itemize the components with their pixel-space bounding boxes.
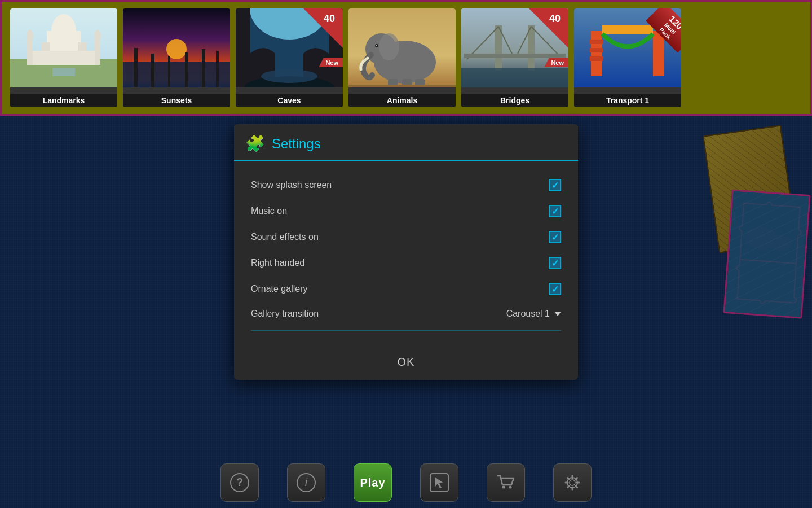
- settings-divider: [251, 330, 561, 331]
- svg-rect-36: [348, 85, 456, 87]
- bottom-toolbar: ? i Play: [0, 457, 812, 508]
- gallery-transition-value: Carousel 1: [506, 309, 550, 319]
- svg-rect-17: [168, 56, 170, 87]
- cart-icon: [496, 472, 516, 493]
- settings-row-music: Music on: [251, 198, 561, 224]
- svg-point-65: [502, 486, 505, 489]
- gallery-transition-label: Gallery transition: [251, 309, 319, 319]
- gallery-transition-dropdown[interactable]: Carousel 1: [506, 309, 561, 319]
- svg-point-30: [379, 33, 399, 60]
- gallery-bar: Landmarks: [0, 0, 812, 116]
- settings-row-right-handed: Right handed: [251, 250, 561, 276]
- settings-dialog: 🧩 Settings Show splash screen Music on S…: [234, 124, 578, 380]
- gallery-item-animals[interactable]: Animals: [348, 8, 456, 107]
- gallery-item-caves[interactable]: 40 New Caves: [236, 8, 343, 107]
- gallery-item-label-sunsets: Sunsets: [123, 94, 230, 107]
- settings-row-ornate: Ornate gallery: [251, 276, 561, 302]
- svg-rect-45: [464, 54, 566, 58]
- svg-point-57: [744, 226, 779, 251]
- settings-row-sound: Sound effects on: [251, 224, 561, 250]
- svg-rect-19: [202, 49, 205, 87]
- svg-rect-46: [461, 68, 568, 87]
- gallery-item-label-bridges: Bridges: [461, 94, 568, 107]
- show-splash-checkbox[interactable]: [549, 179, 561, 191]
- svg-text:i: i: [305, 476, 308, 488]
- sound-effects-label: Sound effects on: [251, 232, 319, 242]
- svg-point-13: [166, 39, 187, 59]
- svg-text:40: 40: [549, 13, 561, 24]
- gallery-item-transport[interactable]: 120MultiPack Transport 1: [574, 8, 681, 107]
- gallery-item-bridges[interactable]: 40 New Bridges: [461, 8, 568, 107]
- svg-text:?: ?: [236, 476, 243, 488]
- show-splash-label: Show splash screen: [251, 180, 332, 190]
- settings-footer: OK: [234, 347, 578, 380]
- settings-body: Show splash screen Music on Sound effect…: [234, 161, 578, 347]
- puzzle-card-front: [723, 189, 810, 318]
- svg-point-35: [376, 45, 377, 46]
- gear-icon: [562, 472, 582, 493]
- info-button[interactable]: i: [287, 463, 325, 502]
- svg-rect-20: [216, 51, 219, 87]
- settings-header: 🧩 Settings: [234, 124, 578, 161]
- svg-rect-15: [134, 48, 138, 87]
- info-icon: i: [296, 472, 316, 493]
- svg-point-66: [509, 486, 512, 489]
- svg-rect-50: [591, 31, 602, 76]
- shop-button[interactable]: [487, 463, 525, 502]
- svg-text:40: 40: [324, 13, 335, 24]
- gallery-item-landmarks[interactable]: Landmarks: [10, 8, 117, 107]
- svg-rect-56: [725, 191, 810, 319]
- svg-point-3: [51, 14, 76, 48]
- right-handed-label: Right handed: [251, 258, 304, 268]
- puzzle-decoration: [688, 124, 812, 350]
- ok-button[interactable]: OK: [386, 353, 426, 371]
- svg-rect-54: [590, 48, 603, 52]
- svg-rect-11: [52, 68, 75, 76]
- puzzle-card-back: [703, 125, 797, 253]
- cursor-mode-button[interactable]: [420, 463, 458, 502]
- svg-point-34: [375, 44, 378, 47]
- settings-button[interactable]: [553, 463, 592, 502]
- settings-puzzle-icon: 🧩: [245, 134, 265, 153]
- svg-point-8: [27, 30, 33, 41]
- music-on-label: Music on: [251, 206, 287, 216]
- svg-rect-14: [123, 62, 230, 87]
- ornate-gallery-checkbox[interactable]: [549, 283, 561, 295]
- svg-point-58: [769, 233, 792, 252]
- gallery-item-label-landmarks: Landmarks: [10, 94, 117, 107]
- settings-title: Settings: [272, 136, 321, 152]
- settings-row-transition: Gallery transition Carousel 1: [251, 302, 561, 326]
- multipack-badge: 120MultiPack: [646, 8, 681, 53]
- svg-rect-16: [151, 54, 154, 87]
- svg-rect-53: [590, 40, 603, 44]
- gallery-item-label-animals: Animals: [348, 94, 456, 107]
- music-on-checkbox[interactable]: [549, 205, 561, 217]
- gallery-item-label-caves: Caves: [236, 94, 343, 107]
- cursor-icon: [429, 472, 449, 493]
- settings-row-show-splash: Show splash screen: [251, 172, 561, 198]
- svg-rect-55: [590, 56, 603, 61]
- right-handed-checkbox[interactable]: [549, 257, 561, 269]
- gallery-item-sunsets[interactable]: Sunsets: [123, 8, 230, 107]
- dropdown-arrow-icon: [554, 312, 561, 316]
- question-icon: ?: [230, 472, 250, 493]
- svg-point-69: [570, 480, 575, 485]
- play-label: Play: [360, 476, 385, 489]
- help-button[interactable]: ?: [220, 463, 259, 502]
- sound-effects-checkbox[interactable]: [549, 231, 561, 243]
- svg-point-10: [94, 30, 101, 41]
- svg-point-24: [261, 69, 317, 83]
- svg-rect-18: [185, 52, 188, 87]
- play-button[interactable]: Play: [354, 463, 392, 502]
- gallery-item-label-transport: Transport 1: [574, 94, 681, 107]
- svg-marker-64: [435, 477, 444, 488]
- ornate-gallery-label: Ornate gallery: [251, 284, 308, 294]
- svg-rect-6: [33, 51, 95, 65]
